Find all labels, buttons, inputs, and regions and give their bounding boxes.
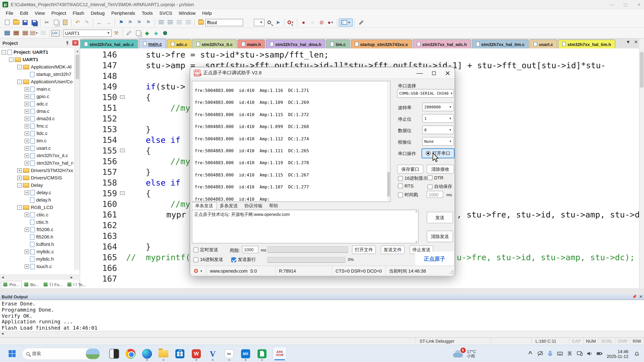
- translate-icon[interactable]: [2, 29, 12, 37]
- tree-expander-icon[interactable]: -: [17, 205, 22, 210]
- taskbar-app-visio[interactable]: V: [206, 347, 219, 360]
- bookmark-toggle-icon[interactable]: ⚑: [117, 18, 126, 26]
- menu-item[interactable]: Peripherals: [108, 11, 138, 15]
- tree-item[interactable]: + gpio.c: [0, 93, 73, 100]
- panel-tab[interactable]: Pro...: [1, 281, 22, 288]
- period-field[interactable]: 1000: [242, 246, 258, 253]
- tree-expander-icon[interactable]: -: [9, 57, 14, 62]
- build-output-close-icon[interactable]: ✕: [639, 295, 642, 299]
- build-icon[interactable]: [12, 29, 20, 37]
- bookmark-prev-icon[interactable]: ⚑: [126, 18, 134, 26]
- timestamp-period-field[interactable]: 1000: [427, 191, 443, 198]
- rts-checkbox[interactable]: RTS: [398, 184, 414, 188]
- bookmark-clear-icon[interactable]: ⚑: [144, 18, 153, 26]
- new-file-icon[interactable]: [2, 18, 12, 26]
- tree-expander-icon[interactable]: +: [25, 87, 29, 91]
- cut-icon[interactable]: ✂: [42, 18, 51, 26]
- tree-item[interactable]: + main.c: [0, 85, 73, 93]
- copy-icon[interactable]: [52, 18, 60, 26]
- stop-build-icon[interactable]: [39, 29, 48, 37]
- port-select[interactable]: COM6:USB-SERIAL CH340▼: [397, 89, 454, 98]
- tree-item[interactable]: + stm32h7xx_it.c: [0, 152, 73, 159]
- brand-link[interactable]: 正点原子: [424, 255, 445, 263]
- save-icon[interactable]: [20, 18, 30, 26]
- uncomment-icon[interactable]: [184, 18, 192, 26]
- dtr-checkbox[interactable]: DTR: [428, 175, 444, 180]
- breakpoint-disable-icon[interactable]: ⊘: [317, 18, 326, 26]
- tab-list-icon[interactable]: ▼: [626, 39, 630, 45]
- tree-item[interactable]: - UART1: [0, 56, 73, 63]
- taskbar-app-chrome[interactable]: [124, 347, 137, 360]
- tree-item[interactable]: - RGB_LCD: [0, 204, 73, 211]
- target-select[interactable]: UART1▼: [63, 29, 112, 37]
- tree-item[interactable]: + Drivers/STM32H7xx_: [0, 167, 73, 174]
- panel-tab[interactable]: {}Fu...: [41, 281, 65, 288]
- editor-tab[interactable]: adc.c: [167, 39, 191, 48]
- taskbar-app-widget[interactable]: [108, 347, 121, 360]
- send-scrollbar[interactable]: ▲▼: [414, 210, 418, 243]
- build-output-scrollbar[interactable]: ◀: [0, 331, 644, 336]
- taskbar-app-edge[interactable]: [140, 347, 154, 360]
- editor-tab[interactable]: main.h: [238, 39, 265, 48]
- notification-bell-icon[interactable]: [632, 348, 642, 360]
- menu-item[interactable]: Debug: [88, 11, 108, 15]
- tree-item[interactable]: ctiic.h: [0, 218, 73, 226]
- build-output-panel[interactable]: Erase Done.Programming Done.Verify OK.Ap…: [0, 300, 644, 331]
- tree-expander-icon[interactable]: -: [17, 64, 22, 69]
- incremental-find-icon[interactable]: ➤: [274, 18, 282, 26]
- touch-keyboard-icon[interactable]: [555, 348, 565, 360]
- taskbar-app-explorer[interactable]: [157, 347, 170, 360]
- manage-green-icon[interactable]: ◆: [142, 29, 152, 37]
- taskbar-search[interactable]: 搜索: [22, 348, 101, 360]
- tree-expander-icon[interactable]: +: [25, 124, 29, 128]
- editor-tab[interactable]: startup_stm32h743xx.s: [350, 39, 412, 48]
- tree-item[interactable]: + myltdc.c: [0, 248, 73, 255]
- volume-icon[interactable]: [584, 348, 594, 360]
- tree-item[interactable]: ft5206.h: [0, 233, 73, 241]
- tree-item[interactable]: + touch.c: [0, 263, 73, 270]
- receive-area[interactable]: fre:5004883.000 id:410 Amp:1.116 DC:1.27…: [192, 81, 390, 202]
- menu-item[interactable]: Flash: [69, 11, 88, 15]
- panel-tab[interactable]: ()Te...: [65, 281, 88, 288]
- tree-expander-icon[interactable]: +: [25, 146, 29, 150]
- editor-tab[interactable]: stm32h7xx_hal_adc.c: [80, 39, 138, 48]
- nav-forward-icon[interactable]: →: [104, 18, 113, 26]
- maximize-button[interactable]: ▢: [624, 2, 628, 7]
- window-layout-icon[interactable]: ▼: [339, 18, 353, 26]
- panel-tab[interactable]: Bo...: [22, 281, 41, 288]
- tree-item[interactable]: + fmc.c: [0, 122, 73, 130]
- tray-chevron-icon[interactable]: ^: [525, 348, 535, 360]
- tree-item[interactable]: + tim.c: [0, 137, 73, 144]
- tree-item[interactable]: + dma.c: [0, 107, 73, 115]
- tree-expander-icon[interactable]: -: [17, 183, 22, 187]
- tree-expander-icon[interactable]: +: [25, 190, 29, 195]
- clear-send-button[interactable]: 清除发送: [427, 231, 453, 242]
- tree-item[interactable]: - Delay: [0, 181, 73, 189]
- minimize-button[interactable]: —: [610, 2, 614, 7]
- tree-item[interactable]: + ft5206.c: [0, 226, 73, 233]
- tree-item[interactable]: + delay.c: [0, 189, 73, 196]
- ime-indicator[interactable]: 英: [565, 348, 575, 360]
- timestamp-checkbox[interactable]: 时间戳: [398, 192, 418, 198]
- bookmark-next-icon[interactable]: ⚑: [135, 18, 144, 26]
- taskbar-app-snip[interactable]: ✂: [223, 347, 236, 360]
- breakpoint-enable-icon[interactable]: ○: [308, 18, 317, 26]
- tree-item[interactable]: - Application/MDK-Al: [0, 63, 73, 70]
- tree-expander-icon[interactable]: +: [25, 116, 29, 121]
- tree-item[interactable]: + usart.c: [0, 145, 73, 152]
- menu-item[interactable]: File: [2, 11, 17, 15]
- tree-expander-icon[interactable]: +: [25, 109, 29, 114]
- tree-item[interactable]: + stm32h7xx_hal_n: [0, 159, 73, 167]
- send-button[interactable]: 发送: [427, 212, 453, 223]
- tree-expander-icon[interactable]: +: [25, 161, 29, 165]
- indent-icon[interactable]: [156, 18, 166, 26]
- close-button[interactable]: ✕: [637, 2, 641, 7]
- nav-back-icon[interactable]: ←: [95, 18, 104, 26]
- tree-expander-icon[interactable]: +: [25, 131, 29, 136]
- stopbits-select[interactable]: 1▼: [422, 114, 454, 123]
- hex-display-checkbox[interactable]: 16进制显示: [398, 175, 428, 181]
- tree-item[interactable]: + Drivers/CMSIS: [0, 174, 73, 181]
- tree-item[interactable]: startup_stm32h7: [0, 70, 73, 78]
- editor-tab[interactable]: stm32h7xx_hal_tim.h: [558, 39, 615, 48]
- target-options-icon[interactable]: ⚒: [112, 29, 121, 37]
